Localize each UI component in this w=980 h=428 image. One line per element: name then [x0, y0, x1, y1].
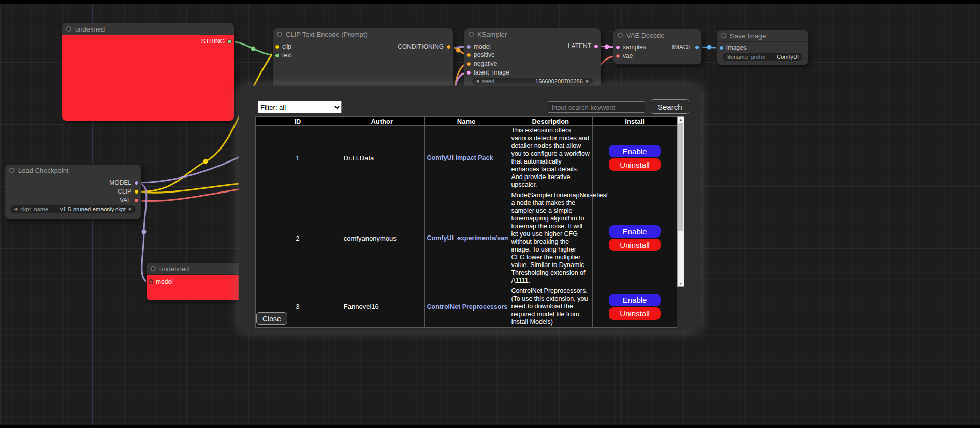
input-slot-negative[interactable]: negative — [466, 60, 497, 67]
node-vae-decode[interactable]: VAE Decode samples vae IMAGE — [613, 29, 701, 64]
uninstall-button[interactable]: Uninstall — [609, 158, 661, 171]
input-slot-vae[interactable]: vae — [616, 52, 633, 60]
node-undefined-string[interactable]: undefined STRING — [62, 23, 234, 121]
slot-label: STRING — [201, 38, 225, 45]
cell-description: ControlNet Preprocessors. (To use this e… — [508, 286, 593, 328]
output-slot-string[interactable]: STRING — [201, 38, 232, 45]
node-save-image[interactable]: Save Image images filename_prefix ComfyU… — [717, 30, 808, 65]
string-port-icon[interactable] — [227, 39, 232, 44]
vae-port-icon[interactable] — [616, 54, 620, 58]
node-titlebar[interactable]: KSampler — [464, 28, 601, 40]
clip-port-icon[interactable] — [134, 189, 139, 194]
node-title: undefined — [159, 265, 189, 273]
enable-button[interactable]: Enable — [609, 145, 661, 157]
clip-port-icon[interactable] — [275, 45, 280, 49]
model-port-icon[interactable] — [466, 45, 471, 49]
input-slot-positive[interactable]: positive — [466, 51, 495, 58]
node-title: CLIP Text Encode (Prompt) — [286, 31, 368, 38]
extension-link[interactable]: ComfyUI Impact Pack — [427, 154, 493, 161]
scrollbar-thumb[interactable] — [678, 123, 683, 231]
enable-button[interactable]: Enable — [609, 225, 661, 238]
input-slot-images[interactable]: images — [719, 44, 747, 51]
increment-arrow-icon[interactable]: ▶ — [129, 207, 132, 211]
extension-link[interactable]: ControlNet Preprocessors — [427, 303, 508, 311]
uninstall-button[interactable]: Uninstall — [609, 239, 661, 251]
cell-id: 2 — [256, 190, 340, 286]
slot-label: images — [726, 44, 747, 51]
link-dot — [203, 159, 208, 164]
output-slot-vae[interactable]: VAE — [120, 197, 139, 204]
output-slot-latent[interactable]: LATENT — [568, 42, 598, 50]
search-button[interactable]: Search — [651, 99, 689, 114]
conditioning-port-icon[interactable] — [466, 53, 471, 57]
node-graph-canvas[interactable]: undefined STRING CLIP Text Encode (Promp… — [0, 0, 980, 428]
input-slot-text[interactable]: text — [275, 52, 292, 59]
latent-port-icon[interactable] — [466, 70, 471, 75]
node-body: MODEL CLIP VAE ◀ ckpt_name v1-5-pruned-e… — [5, 176, 141, 219]
extension-row: 3 Fannovel16 ControlNet Preprocessors Co… — [256, 286, 677, 328]
node-title: Save Image — [730, 32, 766, 40]
close-button[interactable]: Close — [256, 312, 287, 325]
node-collapse-icon[interactable] — [9, 168, 14, 173]
filter-select[interactable]: Filter: all — [258, 101, 342, 113]
node-title: KSampler — [477, 31, 507, 38]
node-collapse-icon[interactable] — [151, 266, 156, 271]
input-slot-samples[interactable]: samples — [616, 43, 646, 51]
widget-filename-prefix[interactable]: filename_prefix ComfyUI — [723, 53, 802, 61]
table-scrollbar[interactable]: ▲ ▼ — [677, 116, 684, 287]
decrement-arrow-icon[interactable]: ◀ — [476, 79, 479, 83]
cell-author: Dr.Lt.Data — [340, 126, 424, 190]
node-collapse-icon[interactable] — [618, 33, 623, 38]
link-dot — [251, 47, 256, 51]
node-titlebar[interactable]: VAE Decode — [613, 29, 701, 41]
link-dot — [707, 45, 712, 50]
node-titlebar[interactable]: CLIP Text Encode (Prompt) — [273, 28, 453, 40]
model-port-icon[interactable] — [149, 279, 153, 284]
conditioning-port-icon[interactable] — [466, 62, 471, 66]
node-titlebar[interactable]: Save Image — [717, 30, 808, 42]
enable-button[interactable]: Enable — [609, 294, 661, 306]
output-slot-conditioning[interactable]: CONDITIONING — [398, 43, 451, 50]
image-port-icon[interactable] — [719, 46, 724, 50]
input-slot-model[interactable]: model — [149, 278, 173, 285]
scroll-down-icon[interactable]: ▼ — [678, 281, 684, 286]
extension-row: 2 comfyanonymous ComfyUI_experiments/sam… — [256, 190, 677, 286]
slot-label: VAE — [120, 197, 131, 204]
node-collapse-icon[interactable] — [66, 26, 71, 32]
widget-seed[interactable]: ◀ seed 156680208700286 ▶ — [472, 78, 593, 85]
custom-nodes-manager-dialog: Filter: all Search ID Author Name Descri… — [239, 86, 700, 331]
slot-label: MODEL — [109, 179, 131, 186]
text-port-icon[interactable] — [275, 53, 280, 58]
node-title: VAE Decode — [626, 32, 664, 39]
scroll-up-icon[interactable]: ▲ — [678, 117, 684, 122]
input-slot-clip[interactable]: clip — [275, 43, 291, 50]
node-collapse-icon[interactable] — [277, 32, 282, 37]
search-input[interactable] — [548, 101, 645, 113]
conditioning-port-icon[interactable] — [446, 45, 451, 49]
slot-label: latent_image — [474, 69, 509, 76]
decrement-arrow-icon[interactable]: ◀ — [14, 207, 17, 211]
widget-ckpt-name[interactable]: ◀ ckpt_name v1-5-pruned-emaonly.ckpt ▶ — [10, 205, 136, 213]
uninstall-button[interactable]: Uninstall — [609, 307, 661, 320]
extension-link[interactable]: ComfyUI_experiments/sampler_tonemap — [427, 234, 508, 242]
image-port-icon[interactable] — [695, 45, 699, 50]
node-load-checkpoint[interactable]: Load Checkpoint MODEL CLIP VAE ◀ ckpt_na… — [5, 165, 141, 219]
latent-port-icon[interactable] — [616, 45, 620, 50]
input-slot-latent-image[interactable]: latent_image — [466, 69, 509, 76]
node-titlebar[interactable]: Load Checkpoint — [5, 165, 141, 176]
output-slot-image[interactable]: IMAGE — [672, 43, 699, 51]
input-slot-model[interactable]: model — [466, 43, 491, 50]
latent-port-icon[interactable] — [594, 44, 598, 49]
output-slot-model[interactable]: MODEL — [109, 179, 139, 186]
cell-description: ModelSamplerTonemapNoiseTest a node that… — [508, 190, 593, 286]
increment-arrow-icon[interactable]: ▶ — [586, 79, 589, 83]
node-titlebar[interactable]: undefined — [62, 23, 234, 35]
widget-label: filename_prefix — [726, 54, 765, 60]
node-collapse-icon[interactable] — [469, 32, 474, 37]
model-port-icon[interactable] — [134, 181, 139, 185]
cell-install: Enable Uninstall — [593, 286, 677, 328]
vae-port-icon[interactable] — [134, 198, 139, 203]
slot-label: model — [156, 278, 173, 285]
node-collapse-icon[interactable] — [721, 33, 726, 38]
output-slot-clip[interactable]: CLIP — [118, 188, 139, 195]
